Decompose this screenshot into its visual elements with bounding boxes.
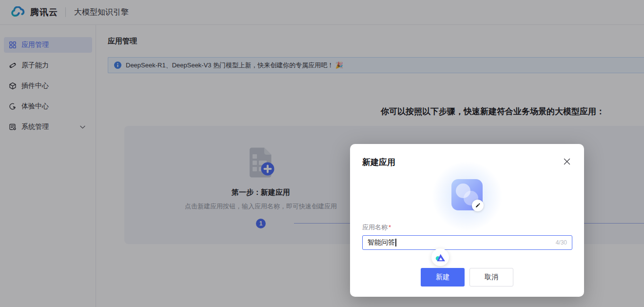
app-name-value: 智能问答 (368, 238, 395, 247)
close-icon[interactable] (563, 158, 571, 165)
text-caret (395, 239, 396, 246)
ime-logo-icon (435, 253, 446, 262)
modal-title: 新建应用 (362, 157, 395, 168)
create-app-modal: 新建应用 应用名称* 智能问答 4/30 (350, 144, 584, 297)
create-button[interactable]: 新建 (421, 268, 465, 287)
app-name-label: 应用名称* (362, 223, 391, 232)
char-counter: 4/30 (556, 239, 567, 246)
edit-avatar-button[interactable] (472, 200, 484, 211)
required-mark: * (389, 224, 391, 231)
app-window: 腾讯云 大模型知识引擎 应用管理 原子能力 (0, 0, 644, 307)
app-name-input[interactable]: 智能问答 4/30 (362, 235, 572, 250)
ime-indicator[interactable] (431, 248, 449, 266)
cancel-button[interactable]: 取消 (469, 268, 513, 287)
pencil-icon (475, 203, 481, 208)
